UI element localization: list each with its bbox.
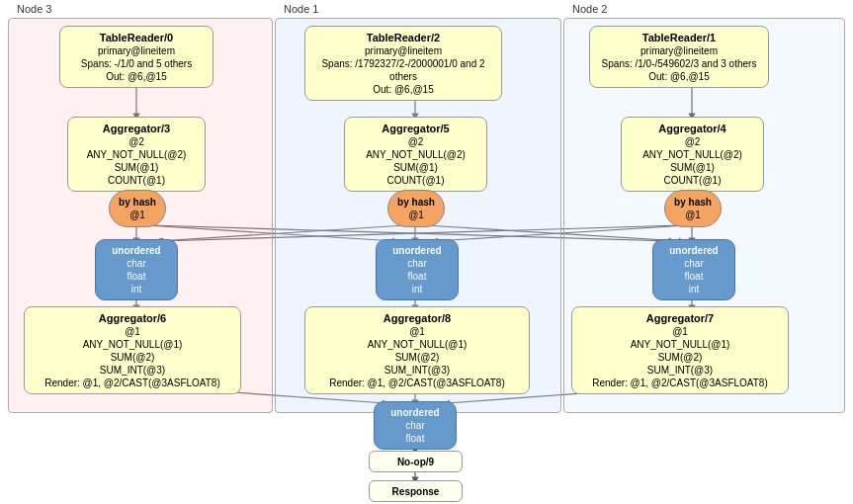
agg5-title: Aggregator/5 — [351, 122, 480, 135]
tr2-title: TableReader/2 — [311, 31, 495, 44]
byhash3-line2: @1 — [129, 209, 145, 221]
unord-m-1: char — [381, 257, 454, 270]
noop-9[interactable]: No-op/9 — [369, 451, 463, 472]
tr0-line1: primary@lineitem — [66, 44, 207, 57]
byhash-5[interactable]: by hash @1 — [387, 190, 445, 227]
agg7-l4: SUM_INT(@3) — [578, 364, 782, 377]
byhash5-line2: @1 — [408, 209, 424, 221]
unord-l-title: unordered — [100, 244, 173, 257]
agg5-l2: ANY_NOT_NULL(@2) — [351, 148, 480, 161]
agg5-l4: COUNT(@1) — [351, 174, 480, 187]
tr2-line1: primary@lineitem — [311, 44, 495, 57]
noop-label: No-op/9 — [397, 456, 434, 468]
agg7-l2: ANY_NOT_NULL(@1) — [578, 338, 782, 351]
agg8-l1: @1 — [311, 325, 523, 338]
node2-label: Node 2 — [572, 3, 607, 15]
byhash5-line1: by hash — [397, 196, 435, 209]
tr2-line2: Spans: /1792327/2-/2000001/0 and 2 other… — [311, 57, 495, 83]
agg5-l1: @2 — [351, 135, 480, 148]
unord-m-3: int — [381, 283, 454, 295]
agg4-l1: @2 — [628, 135, 757, 148]
aggregator-8[interactable]: Aggregator/8 @1 ANY_NOT_NULL(@1) SUM(@2)… — [304, 306, 530, 394]
agg7-l5: Render: @1, @2/CAST(@3ASFLOAT8) — [578, 377, 782, 389]
tr2-line3: Out: @6,@15 — [311, 83, 495, 96]
unord-m-2: float — [381, 270, 454, 283]
agg6-l4: SUM_INT(@3) — [31, 364, 234, 377]
agg8-l3: SUM(@2) — [311, 351, 523, 364]
tr0-line2: Spans: -/1/0 and 5 others — [66, 57, 207, 70]
aggregator-7[interactable]: Aggregator/7 @1 ANY_NOT_NULL(@1) SUM(@2)… — [571, 306, 789, 394]
agg6-l5: Render: @1, @2/CAST(@3ASFLOAT8) — [31, 377, 234, 389]
agg3-l4: COUNT(@1) — [74, 174, 199, 187]
agg6-l2: ANY_NOT_NULL(@1) — [31, 338, 234, 351]
agg7-l1: @1 — [578, 325, 782, 338]
agg7-title: Aggregator/7 — [578, 311, 782, 325]
byhash4-line1: by hash — [674, 196, 712, 209]
aggregator-6[interactable]: Aggregator/6 @1 ANY_NOT_NULL(@1) SUM(@2)… — [24, 306, 241, 394]
unord-bot-1: char — [379, 419, 452, 432]
byhash4-line2: @1 — [685, 209, 701, 221]
agg8-title: Aggregator/8 — [311, 311, 523, 325]
unord-l-2: float — [100, 270, 173, 283]
unord-r-3: int — [657, 283, 730, 295]
agg8-l5: Render: @1, @2/CAST(@3ASFLOAT8) — [311, 377, 523, 389]
byhash-3[interactable]: by hash @1 — [109, 190, 166, 227]
agg6-l1: @1 — [31, 325, 234, 338]
byhash-4[interactable]: by hash @1 — [664, 190, 722, 227]
agg3-l1: @2 — [74, 135, 199, 148]
tablereader-0[interactable]: TableReader/0 primary@lineitem Spans: -/… — [59, 26, 213, 88]
node1-label: Node 1 — [284, 3, 318, 15]
aggregator-5[interactable]: Aggregator/5 @2 ANY_NOT_NULL(@2) SUM(@1)… — [344, 117, 487, 192]
agg3-title: Aggregator/3 — [74, 122, 199, 135]
tr1-title: TableReader/1 — [596, 31, 762, 44]
agg6-title: Aggregator/6 — [31, 311, 234, 325]
unord-m-title: unordered — [381, 244, 454, 257]
agg4-title: Aggregator/4 — [628, 122, 757, 135]
agg4-l2: ANY_NOT_NULL(@2) — [628, 148, 757, 161]
agg3-l3: SUM(@1) — [74, 161, 199, 174]
unord-r-title: unordered — [657, 244, 730, 257]
agg5-l3: SUM(@1) — [351, 161, 480, 174]
tr1-line3: Out: @6,@15 — [596, 70, 762, 83]
unord-bot-title: unordered — [379, 406, 452, 419]
canvas: Node 3 Node 1 Node 2 TableReader/0 prima… — [0, 0, 853, 504]
unordered-right: unordered char float int — [652, 239, 735, 300]
agg4-l4: COUNT(@1) — [628, 174, 757, 187]
unordered-mid: unordered char float int — [376, 239, 459, 300]
unord-r-1: char — [657, 257, 730, 270]
tr0-title: TableReader/0 — [66, 31, 207, 44]
unord-r-2: float — [657, 270, 730, 283]
aggregator-3[interactable]: Aggregator/3 @2 ANY_NOT_NULL(@2) SUM(@1)… — [67, 117, 206, 192]
byhash3-line1: by hash — [119, 196, 156, 209]
tr0-line3: Out: @6,@15 — [66, 70, 207, 83]
node3-label: Node 3 — [17, 3, 51, 15]
unord-bot-2: float — [379, 432, 452, 445]
aggregator-4[interactable]: Aggregator/4 @2 ANY_NOT_NULL(@2) SUM(@1)… — [621, 117, 764, 192]
unord-l-3: int — [100, 283, 173, 295]
agg7-l3: SUM(@2) — [578, 351, 782, 364]
unordered-bottom: unordered char float — [374, 401, 457, 450]
response-box[interactable]: Response — [369, 480, 463, 502]
agg8-l4: SUM_INT(@3) — [311, 364, 523, 377]
tablereader-1[interactable]: TableReader/1 primary@lineitem Spans: /1… — [589, 26, 769, 88]
agg6-l3: SUM(@2) — [31, 351, 234, 364]
response-label: Response — [392, 485, 440, 498]
tr1-line1: primary@lineitem — [596, 44, 762, 57]
agg4-l3: SUM(@1) — [628, 161, 757, 174]
tr1-line2: Spans: /1/0-/549602/3 and 3 others — [596, 57, 762, 70]
agg3-l2: ANY_NOT_NULL(@2) — [74, 148, 199, 161]
tablereader-2[interactable]: TableReader/2 primary@lineitem Spans: /1… — [304, 26, 502, 101]
unord-l-1: char — [100, 257, 173, 270]
unordered-left: unordered char float int — [95, 239, 178, 300]
agg8-l2: ANY_NOT_NULL(@1) — [311, 338, 523, 351]
